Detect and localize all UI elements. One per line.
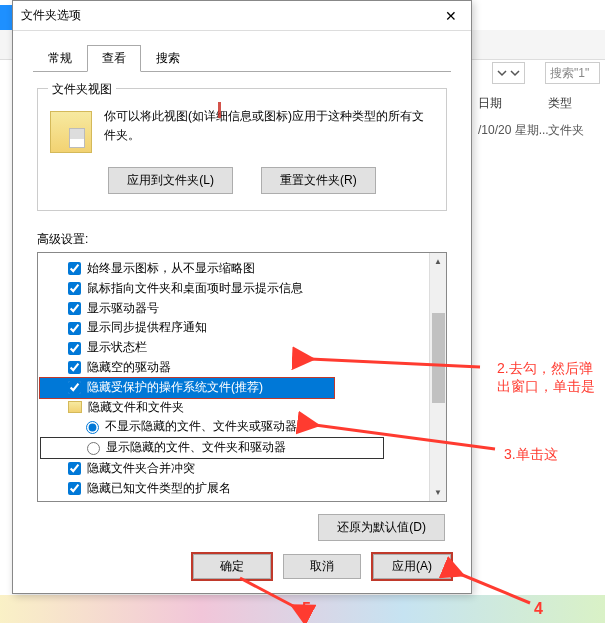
folder-options-dialog: 文件夹选项 ✕ 常规 查看 搜索 文件夹视图 你可以将此视图(如详细信息或图标)… (12, 0, 472, 594)
checkbox[interactable] (68, 282, 81, 295)
search-input[interactable]: 搜索"1" (545, 62, 600, 84)
tree-item: 始终显示图标，从不显示缩略图 (40, 259, 444, 279)
folder-icon (50, 111, 92, 153)
tab-strip: 常规 查看 搜索 (13, 31, 471, 72)
tab-view[interactable]: 查看 (87, 45, 141, 72)
cancel-button[interactable]: 取消 (283, 554, 361, 579)
view-dropdown[interactable] (492, 62, 525, 84)
badge-4: 4 (534, 600, 543, 618)
close-button[interactable]: ✕ (431, 1, 471, 31)
scroll-thumb[interactable] (432, 313, 445, 403)
tree-item: 鼠标指向文件夹和桌面项时显示提示信息 (40, 279, 444, 299)
advanced-settings-tree[interactable]: 始终显示图标，从不显示缩略图 鼠标指向文件夹和桌面项时显示提示信息 显示驱动器号… (37, 252, 447, 502)
checkbox[interactable] (68, 302, 81, 315)
apply-to-folders-button[interactable]: 应用到文件夹(L) (108, 167, 233, 194)
ok-button[interactable]: 确定 (193, 554, 271, 579)
tree-item: 用彩色显示加密或压缩的 NTFS 文件 (40, 499, 444, 502)
badge-5: 5 (302, 600, 311, 618)
tab-general[interactable]: 常规 (33, 45, 87, 72)
checkbox[interactable] (68, 482, 81, 495)
annotation-2: 2.去勾，然后弹出窗口，单击是 (497, 360, 605, 396)
advanced-label: 高级设置: (37, 231, 447, 248)
checkbox[interactable] (68, 322, 81, 335)
tree-item-hide-protected[interactable]: 隐藏受保护的操作系统文件(推荐) (40, 378, 334, 398)
checkbox[interactable] (68, 361, 81, 374)
scroll-up-button[interactable]: ▲ (430, 253, 446, 270)
checkbox[interactable] (68, 381, 81, 394)
dialog-content: 文件夹视图 你可以将此视图(如详细信息或图标)应用于这种类型的所有文件夹。 应用… (13, 72, 471, 551)
tree-item: 显示同步提供程序通知 (40, 318, 444, 338)
annotation-3: 3.单击这 (504, 446, 558, 464)
dialog-buttons: 确定 取消 应用(A) (193, 554, 451, 579)
tree-folder-item: 隐藏文件和文件夹 (40, 398, 444, 418)
scrollbar[interactable]: ▲ ▼ (429, 253, 446, 501)
tree-item: 显示驱动器号 (40, 299, 444, 319)
row-type: 文件夹 (548, 122, 584, 139)
row-date: /10/20 星期... (478, 122, 549, 139)
col-header-date[interactable]: 日期 (478, 95, 502, 112)
reset-folders-button[interactable]: 重置文件夹(R) (261, 167, 376, 194)
folder-view-group: 文件夹视图 你可以将此视图(如详细信息或图标)应用于这种类型的所有文件夹。 应用… (37, 88, 447, 211)
tree-item: 隐藏已知文件类型的扩展名 (40, 479, 444, 499)
apply-button[interactable]: 应用(A) (373, 554, 451, 579)
restore-defaults-button[interactable]: 还原为默认值(D) (318, 514, 445, 541)
red-marker (218, 102, 221, 118)
radio[interactable] (86, 421, 99, 434)
dialog-title: 文件夹选项 (21, 7, 431, 24)
titlebar[interactable]: 文件夹选项 ✕ (13, 1, 471, 31)
radio[interactable] (87, 442, 100, 455)
tree-radio-item: 不显示隐藏的文件、文件夹或驱动器 (40, 417, 444, 437)
scroll-down-button[interactable]: ▼ (430, 484, 446, 501)
tree-item: 隐藏文件夹合并冲突 (40, 459, 444, 479)
group-title: 文件夹视图 (48, 81, 116, 98)
view-desc: 你可以将此视图(如详细信息或图标)应用于这种类型的所有文件夹。 (104, 107, 434, 153)
tree-radio-item-show-hidden[interactable]: 显示隐藏的文件、文件夹和驱动器 (40, 437, 384, 459)
checkbox[interactable] (68, 462, 81, 475)
tree-item: 隐藏空的驱动器 (40, 358, 444, 378)
checkbox[interactable] (68, 342, 81, 355)
folder-mini-icon (68, 401, 82, 413)
tree-item: 显示状态栏 (40, 338, 444, 358)
checkbox[interactable] (68, 262, 81, 275)
tab-search[interactable]: 搜索 (141, 45, 195, 72)
col-header-type[interactable]: 类型 (548, 95, 572, 112)
